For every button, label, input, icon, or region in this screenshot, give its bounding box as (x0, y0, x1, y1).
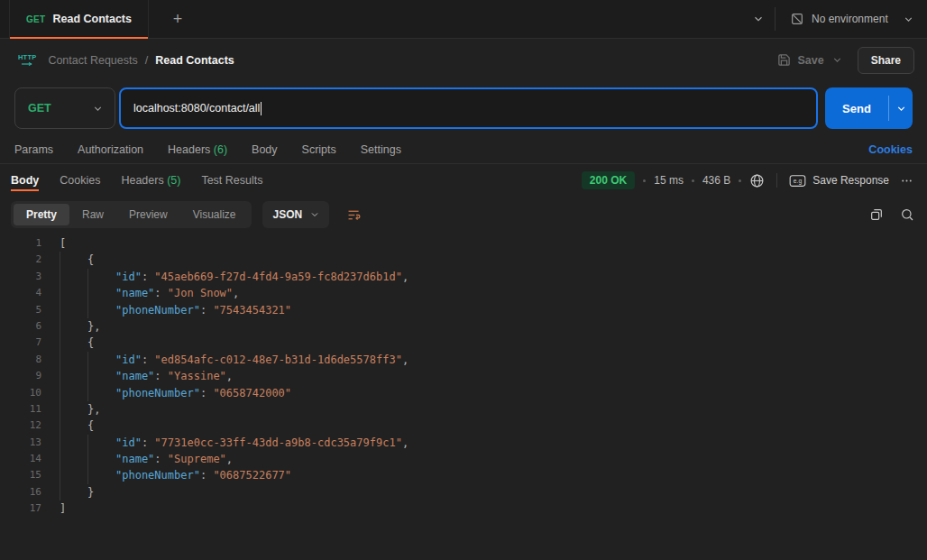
environment-label: No environment (812, 13, 888, 25)
request-tab-params[interactable]: Params (14, 143, 53, 156)
line-number: 11 (0, 401, 41, 418)
tab-options-chevron-icon[interactable] (742, 0, 775, 38)
wrap-text-button[interactable] (338, 201, 369, 228)
breadcrumb-collection[interactable]: Contact Requests (48, 54, 137, 67)
method-chevron-icon (92, 103, 104, 115)
response-tab-test-results[interactable]: Test Results (201, 164, 262, 197)
request-tab-headers[interactable]: Headers (6) (168, 143, 227, 156)
response-body-editor[interactable]: 1[2{3"id": "45aeb669-f27d-4fd4-9a59-fc8d… (0, 233, 927, 518)
line-number: 8 (0, 352, 41, 368)
code-line: 4"name": "Jon Snow", (0, 285, 927, 301)
request-tab-scripts[interactable]: Scripts (302, 143, 336, 156)
save-response-label: Save Response (812, 174, 889, 187)
indent-guide (60, 435, 87, 451)
request-tab-authorization[interactable]: Authorization (78, 143, 143, 156)
response-tab-headers[interactable]: Headers (5) (121, 164, 180, 197)
response-time[interactable]: 15 ms (654, 174, 684, 187)
language-dropdown[interactable]: JSON (262, 201, 330, 228)
request-tabs: ParamsAuthorizationHeaders (6)BodyScript… (14, 143, 401, 156)
line-number: 1 (0, 235, 41, 252)
code-line: 2{ (0, 252, 927, 268)
breadcrumb-separator: / (145, 54, 148, 67)
tab-method-label: GET (26, 14, 45, 24)
no-environment-icon (790, 12, 804, 26)
code-line: 13"id": "7731e0cc-33ff-43dd-a9b8-cdc35a7… (0, 435, 927, 451)
json-punctuation: { (87, 336, 94, 349)
json-key: "phoneNumber" (115, 387, 200, 399)
json-punctuation: , (402, 353, 408, 366)
new-tab-button[interactable]: + (160, 0, 196, 38)
code-line: 8"id": "ed854afc-c012-48e7-b31d-1d6de557… (0, 352, 927, 368)
indent-guide (60, 285, 87, 301)
line-content: "name": "Jon Snow", (60, 285, 239, 301)
line-content: [ (60, 235, 66, 252)
view-pretty[interactable]: Pretty (14, 204, 69, 225)
workspace-tab-bar: GET Read Contacts + No environment (0, 0, 927, 39)
svg-text:e.g: e.g (794, 178, 803, 185)
indent-guide (87, 435, 115, 451)
indent-guide (60, 451, 87, 467)
send-options-chevron-icon[interactable] (889, 103, 913, 115)
breadcrumb-row: HTTP Contact Requests / Read Contacts Sa… (0, 39, 927, 81)
json-punctuation: : (142, 436, 154, 449)
json-key: "name" (115, 287, 154, 299)
url-input[interactable]: localhost:8080/contact/all (119, 87, 818, 129)
response-tab-cookies[interactable]: Cookies (60, 164, 100, 197)
indent-guide (60, 385, 87, 401)
request-tab-settings[interactable]: Settings (361, 143, 401, 156)
line-content: }, (60, 401, 100, 418)
response-header-row: BodyCookiesHeaders (5)Test Results 200 O… (0, 164, 927, 197)
indent-guide (60, 252, 87, 268)
save-label: Save (797, 54, 823, 67)
indent-guide (60, 401, 87, 418)
text-caret (261, 102, 262, 115)
status-badge[interactable]: 200 OK (582, 171, 635, 189)
request-tab-body[interactable]: Body (252, 143, 278, 156)
breadcrumb-request-name[interactable]: Read Contacts (155, 54, 234, 67)
json-key: "name" (115, 453, 154, 465)
save-response-button[interactable]: e.g Save Response (789, 174, 889, 188)
more-options-icon[interactable] (899, 173, 914, 188)
code-line: 15"phoneNumber": "0687522677" (0, 467, 927, 483)
send-button[interactable]: Send (825, 87, 913, 129)
json-punctuation: : (142, 271, 154, 283)
json-punctuation: : (154, 370, 167, 382)
json-punctuation: : (200, 387, 213, 399)
json-punctuation: }, (87, 403, 100, 416)
json-key: "name" (115, 370, 154, 382)
save-options-chevron-icon[interactable] (831, 54, 843, 66)
view-preview[interactable]: Preview (116, 204, 180, 225)
json-punctuation: { (87, 253, 94, 266)
search-icon[interactable] (900, 207, 914, 222)
line-number: 12 (0, 418, 41, 434)
response-size[interactable]: 436 B (702, 174, 730, 187)
json-key: "phoneNumber" (115, 304, 200, 317)
network-globe-icon[interactable] (749, 173, 765, 188)
cookies-link[interactable]: Cookies (868, 143, 913, 156)
response-body-actions (869, 207, 914, 222)
method-dropdown[interactable]: GET (14, 87, 115, 129)
line-content: }, (60, 318, 100, 335)
line-content: "phoneNumber": "7543454321" (60, 302, 291, 318)
active-tab-indicator (10, 37, 148, 39)
request-tab-read-contacts[interactable]: GET Read Contacts (9, 0, 149, 38)
json-value: "Yassine" (168, 370, 226, 382)
copy-icon[interactable] (869, 207, 884, 222)
response-tab-body[interactable]: Body (11, 164, 39, 197)
language-chevron-icon (309, 209, 320, 220)
code-line: 3"id": "45aeb669-f27d-4fd4-9a59-fc8d237d… (0, 269, 927, 285)
share-button[interactable]: Share (858, 47, 914, 74)
save-icon (777, 53, 791, 67)
json-value: "0658742000" (213, 387, 291, 399)
environment-selector[interactable]: No environment (776, 0, 927, 38)
indent-guide (60, 269, 87, 285)
view-raw[interactable]: Raw (69, 204, 116, 225)
view-visualize[interactable]: Visualize (180, 204, 249, 225)
indent-guide (60, 302, 87, 318)
language-label: JSON (273, 208, 303, 221)
line-content: "name": "Supreme", (60, 451, 233, 467)
code-line: 1[ (0, 235, 927, 252)
indent-guide (87, 352, 115, 368)
save-button[interactable]: Save (777, 53, 823, 67)
indent-guide (87, 269, 115, 285)
